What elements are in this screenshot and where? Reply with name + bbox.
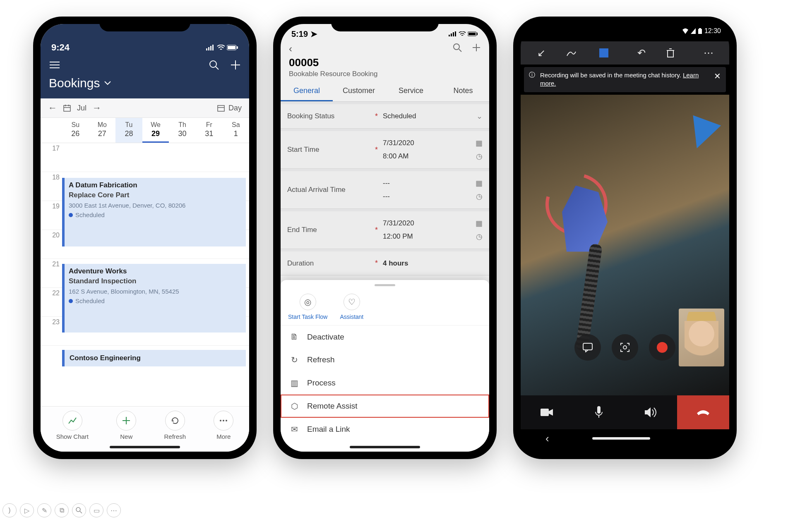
- tool-circle-1[interactable]: ): [2, 503, 17, 517]
- page-title-row[interactable]: Bookings: [41, 76, 249, 98]
- event-title: Contoso Engineering: [70, 354, 241, 362]
- more-icon[interactable]: ⋯: [107, 503, 121, 517]
- day-col[interactable]: Fr31: [196, 118, 223, 143]
- remote-assist-icon: ⬡: [289, 401, 300, 411]
- scan-button[interactable]: [612, 334, 638, 361]
- self-view-thumbnail[interactable]: [679, 309, 724, 366]
- start-taskflow-button[interactable]: ◎ Start Task Flow: [288, 294, 327, 320]
- svg-rect-6: [237, 46, 238, 49]
- add-icon[interactable]: [230, 60, 241, 70]
- pencil-icon[interactable]: ✎: [37, 503, 51, 517]
- menu-icon[interactable]: [49, 61, 60, 69]
- booking-event[interactable]: Contoso Engineering: [62, 350, 246, 366]
- nav-mode[interactable]: Day: [228, 104, 242, 112]
- phone-screen: 9:24: [41, 24, 249, 452]
- event-title: A Datum Fabrication: [69, 181, 242, 189]
- event-sub: Standard Inspection: [69, 277, 242, 285]
- deactivate-icon: 🗎: [289, 332, 300, 342]
- copy-icon[interactable]: ⧉: [55, 503, 69, 517]
- home-pill[interactable]: [592, 437, 650, 440]
- home-indicator[interactable]: [110, 446, 180, 448]
- action-sheet: ◎ Start Task Flow ♡ Assistant 🗎 Deactiva…: [281, 280, 489, 452]
- process-button[interactable]: ▥ Process: [281, 371, 489, 395]
- days-header: Su26 Mo27 Tu28 We29 Th30 Fr31 Sa1: [41, 118, 249, 143]
- nav-month[interactable]: Jul: [77, 104, 86, 112]
- deactivate-button[interactable]: 🗎 Deactivate: [281, 325, 489, 348]
- svg-rect-5: [228, 46, 235, 49]
- svg-point-24: [226, 420, 227, 421]
- day-col[interactable]: Th30: [169, 118, 196, 143]
- svg-rect-0: [206, 48, 207, 50]
- undo-icon[interactable]: ↶: [632, 47, 651, 59]
- search-icon[interactable]: [209, 60, 219, 70]
- svg-rect-18: [218, 105, 224, 111]
- assistant-button[interactable]: ♡ Assistant: [340, 294, 363, 320]
- svg-point-42: [623, 346, 627, 349]
- record-button[interactable]: [649, 334, 675, 361]
- phone-notch: [584, 17, 666, 29]
- refresh-icon: [165, 411, 185, 431]
- booking-event[interactable]: Adventure Works Standard Inspection 162 …: [62, 264, 246, 333]
- close-icon[interactable]: ✕: [714, 71, 721, 81]
- android-nav-bar: ‹: [521, 429, 729, 452]
- banner-text: Recording will be saved in the meeting c…: [540, 72, 681, 79]
- lightbulb-icon: ♡: [344, 294, 360, 310]
- android-status: 12:30: [682, 27, 721, 35]
- battery-icon: [698, 28, 702, 34]
- calendar-icon: [217, 104, 225, 112]
- phone-screen: 12:30 ↙ ↶ ⋯ ⓘ Recording will be saved in…: [521, 24, 729, 452]
- mic-toggle-button[interactable]: [573, 395, 625, 429]
- svg-rect-36: [698, 29, 702, 34]
- svg-rect-38: [668, 50, 673, 57]
- phone-screen: 5:19 ➤ ‹ 00005 Bookable Resource Booking: [281, 24, 489, 452]
- status-bar: 9:24: [41, 42, 249, 56]
- svg-point-22: [220, 420, 221, 421]
- zoom-icon[interactable]: [72, 503, 86, 517]
- more-icon: [214, 411, 233, 431]
- refresh-button[interactable]: Refresh: [164, 411, 186, 440]
- refresh-icon: ↻: [289, 355, 300, 365]
- svg-rect-37: [699, 28, 701, 29]
- signal-icon: [206, 45, 215, 50]
- day-col[interactable]: Su26: [62, 118, 89, 143]
- screen-icon[interactable]: ▭: [89, 503, 103, 517]
- day-col[interactable]: Tu28: [115, 118, 142, 143]
- svg-rect-41: [583, 343, 592, 350]
- speaker-button[interactable]: [625, 395, 677, 429]
- back-icon[interactable]: ‹: [545, 432, 549, 445]
- draw-icon[interactable]: [566, 48, 584, 58]
- svg-line-47: [80, 511, 82, 513]
- email-link-button[interactable]: ✉ Email a Link: [281, 418, 489, 441]
- svg-rect-3: [212, 45, 214, 50]
- sheet-handle[interactable]: [375, 284, 395, 286]
- next-arrow-icon[interactable]: →: [92, 103, 101, 113]
- calendar-body[interactable]: 17 18 19 20 21 22 23 A Datum Fabrication…: [41, 143, 249, 406]
- booking-event[interactable]: A Datum Fabrication Replace Core Part 30…: [62, 178, 246, 246]
- home-indicator[interactable]: [350, 446, 420, 448]
- new-button[interactable]: New: [116, 411, 136, 440]
- calendar-icon: [63, 104, 71, 112]
- minimize-icon[interactable]: ↙: [532, 47, 550, 59]
- day-col[interactable]: Mo27: [89, 118, 116, 143]
- day-col[interactable]: Sa1: [222, 118, 249, 143]
- show-chart-button[interactable]: Show Chart: [56, 411, 89, 440]
- bottom-command-bar: Show Chart New Refresh More: [41, 406, 249, 452]
- svg-point-46: [76, 507, 80, 512]
- prev-arrow-icon[interactable]: ←: [48, 103, 57, 113]
- more-icon[interactable]: ⋯: [699, 47, 718, 59]
- chat-button[interactable]: [574, 334, 601, 361]
- color-picker[interactable]: [599, 48, 617, 57]
- annotation-toolbar: ↙ ↶ ⋯: [521, 41, 729, 65]
- remote-assist-button[interactable]: ⬡ Remote Assist: [281, 395, 489, 418]
- more-button[interactable]: More: [214, 411, 233, 440]
- svg-rect-43: [541, 409, 549, 416]
- plus-icon: [116, 411, 136, 431]
- delete-icon[interactable]: [666, 48, 684, 58]
- event-title: Adventure Works: [69, 267, 242, 275]
- play-icon[interactable]: ▷: [20, 503, 34, 517]
- svg-rect-2: [210, 46, 211, 50]
- camera-toggle-button[interactable]: [521, 395, 573, 429]
- hangup-button[interactable]: [677, 395, 729, 429]
- day-col-selected[interactable]: We29: [142, 118, 169, 143]
- refresh-button[interactable]: ↻ Refresh: [281, 348, 489, 371]
